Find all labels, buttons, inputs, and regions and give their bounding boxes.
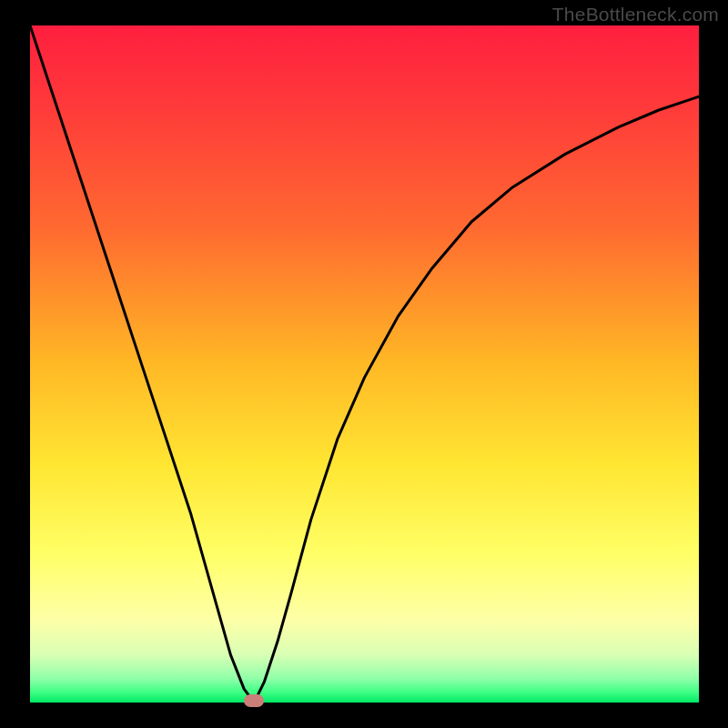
min-marker bbox=[244, 694, 264, 707]
chart-svg bbox=[0, 0, 728, 728]
attribution-text: TheBottleneck.com bbox=[552, 4, 719, 25]
plot-background bbox=[30, 25, 699, 703]
chart-frame: { "attribution": "TheBottleneck.com", "c… bbox=[0, 0, 728, 728]
